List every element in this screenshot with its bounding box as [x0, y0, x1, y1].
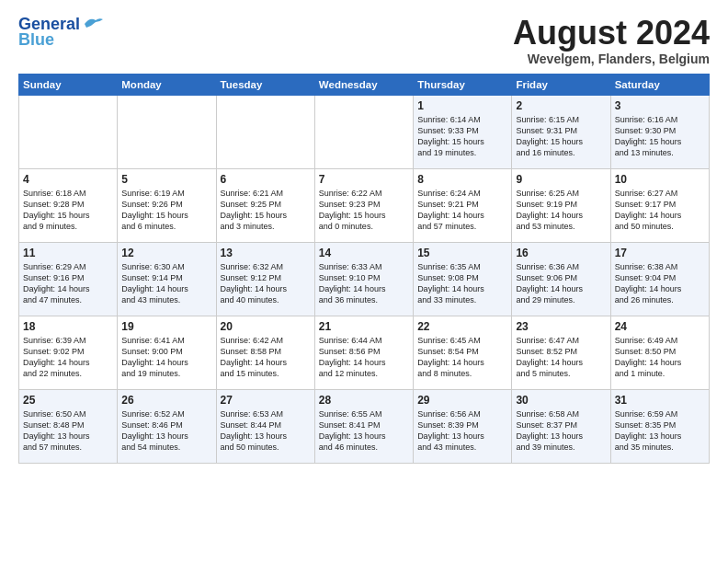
- day-info: Sunrise: 6:39 AM Sunset: 9:02 PM Dayligh…: [23, 335, 113, 380]
- day-number: 8: [417, 173, 507, 186]
- day-info: Sunrise: 6:56 AM Sunset: 8:39 PM Dayligh…: [417, 408, 507, 454]
- calendar-cell: 19Sunrise: 6:41 AM Sunset: 9:00 PM Dayli…: [118, 316, 216, 389]
- logo-blue: Blue: [18, 30, 54, 50]
- calendar-cell: 13Sunrise: 6:32 AM Sunset: 9:12 PM Dayli…: [216, 242, 314, 316]
- day-info: Sunrise: 6:45 AM Sunset: 8:54 PM Dayligh…: [417, 335, 507, 380]
- day-info: Sunrise: 6:59 AM Sunset: 8:35 PM Dayligh…: [615, 408, 705, 454]
- calendar-cell: 30Sunrise: 6:58 AM Sunset: 8:37 PM Dayli…: [512, 389, 610, 463]
- day-number: 15: [417, 247, 507, 259]
- day-number: 23: [516, 320, 606, 333]
- page: General Blue August 2024 Wevelgem, Fland…: [0, 0, 728, 563]
- calendar-cell: 17Sunrise: 6:38 AM Sunset: 9:04 PM Dayli…: [610, 242, 709, 316]
- day-info: Sunrise: 6:38 AM Sunset: 9:04 PM Dayligh…: [615, 261, 705, 306]
- day-number: 1: [417, 99, 507, 112]
- day-number: 21: [319, 320, 409, 333]
- calendar-cell: [19, 95, 118, 168]
- day-info: Sunrise: 6:30 AM Sunset: 9:14 PM Dayligh…: [121, 261, 211, 306]
- weekday-header-tuesday: Tuesday: [216, 74, 314, 95]
- calendar-cell: [314, 95, 413, 168]
- calendar-cell: 25Sunrise: 6:50 AM Sunset: 8:48 PM Dayli…: [19, 389, 118, 463]
- day-number: 25: [23, 394, 113, 407]
- day-info: Sunrise: 6:55 AM Sunset: 8:41 PM Dayligh…: [319, 408, 409, 454]
- day-number: 7: [319, 173, 409, 186]
- day-number: 26: [121, 394, 211, 407]
- month-title: August 2024: [513, 15, 710, 52]
- calendar-cell: 16Sunrise: 6:36 AM Sunset: 9:06 PM Dayli…: [512, 242, 610, 316]
- location: Wevelgem, Flanders, Belgium: [513, 52, 710, 66]
- day-number: 30: [516, 394, 606, 407]
- calendar-cell: 23Sunrise: 6:47 AM Sunset: 8:52 PM Dayli…: [512, 316, 610, 389]
- calendar-week-row: 11Sunrise: 6:29 AM Sunset: 9:16 PM Dayli…: [19, 242, 710, 316]
- day-info: Sunrise: 6:53 AM Sunset: 8:44 PM Dayligh…: [221, 408, 311, 454]
- day-info: Sunrise: 6:18 AM Sunset: 9:28 PM Dayligh…: [23, 188, 113, 233]
- day-info: Sunrise: 6:15 AM Sunset: 9:31 PM Dayligh…: [516, 114, 606, 159]
- day-number: 18: [23, 320, 113, 333]
- calendar-cell: 11Sunrise: 6:29 AM Sunset: 9:16 PM Dayli…: [19, 242, 118, 316]
- calendar-cell: 8Sunrise: 6:24 AM Sunset: 9:21 PM Daylig…: [414, 168, 512, 242]
- day-number: 16: [516, 247, 606, 259]
- calendar-cell: [216, 95, 314, 168]
- calendar-cell: 28Sunrise: 6:55 AM Sunset: 8:41 PM Dayli…: [314, 389, 413, 463]
- day-info: Sunrise: 6:47 AM Sunset: 8:52 PM Dayligh…: [516, 335, 606, 380]
- weekday-header-thursday: Thursday: [414, 74, 512, 95]
- day-info: Sunrise: 6:21 AM Sunset: 9:25 PM Dayligh…: [221, 188, 311, 233]
- day-number: 10: [615, 173, 705, 186]
- calendar-cell: 24Sunrise: 6:49 AM Sunset: 8:50 PM Dayli…: [610, 316, 709, 389]
- day-info: Sunrise: 6:36 AM Sunset: 9:06 PM Dayligh…: [516, 261, 606, 306]
- day-info: Sunrise: 6:22 AM Sunset: 9:23 PM Dayligh…: [319, 188, 409, 233]
- weekday-header-monday: Monday: [118, 74, 216, 95]
- calendar-cell: 22Sunrise: 6:45 AM Sunset: 8:54 PM Dayli…: [414, 316, 512, 389]
- calendar-cell: 29Sunrise: 6:56 AM Sunset: 8:39 PM Dayli…: [414, 389, 512, 463]
- weekday-header-row: SundayMondayTuesdayWednesdayThursdayFrid…: [19, 74, 710, 95]
- calendar-cell: 14Sunrise: 6:33 AM Sunset: 9:10 PM Dayli…: [314, 242, 413, 316]
- day-info: Sunrise: 6:49 AM Sunset: 8:50 PM Dayligh…: [615, 335, 705, 380]
- calendar-week-row: 18Sunrise: 6:39 AM Sunset: 9:02 PM Dayli…: [19, 316, 710, 389]
- day-info: Sunrise: 6:33 AM Sunset: 9:10 PM Dayligh…: [319, 261, 409, 306]
- weekday-header-friday: Friday: [512, 74, 610, 95]
- day-number: 24: [615, 320, 705, 333]
- calendar-table: SundayMondayTuesdayWednesdayThursdayFrid…: [18, 74, 710, 464]
- day-info: Sunrise: 6:16 AM Sunset: 9:30 PM Dayligh…: [615, 114, 705, 159]
- day-number: 12: [121, 247, 211, 259]
- calendar-cell: 7Sunrise: 6:22 AM Sunset: 9:23 PM Daylig…: [314, 168, 413, 242]
- day-number: 11: [23, 247, 113, 259]
- day-info: Sunrise: 6:24 AM Sunset: 9:21 PM Dayligh…: [417, 188, 507, 233]
- weekday-header-sunday: Sunday: [19, 74, 118, 95]
- calendar-week-row: 4Sunrise: 6:18 AM Sunset: 9:28 PM Daylig…: [19, 168, 710, 242]
- day-info: Sunrise: 6:14 AM Sunset: 9:33 PM Dayligh…: [417, 114, 507, 159]
- day-info: Sunrise: 6:25 AM Sunset: 9:19 PM Dayligh…: [516, 188, 606, 233]
- calendar-cell: 6Sunrise: 6:21 AM Sunset: 9:25 PM Daylig…: [216, 168, 314, 242]
- logo: General Blue: [18, 15, 103, 50]
- day-number: 29: [417, 394, 507, 407]
- day-number: 6: [221, 173, 311, 186]
- day-number: 20: [221, 320, 311, 333]
- day-number: 14: [319, 247, 409, 259]
- calendar-cell: 31Sunrise: 6:59 AM Sunset: 8:35 PM Dayli…: [610, 389, 709, 463]
- day-info: Sunrise: 6:58 AM Sunset: 8:37 PM Dayligh…: [516, 408, 606, 454]
- calendar-cell: 27Sunrise: 6:53 AM Sunset: 8:44 PM Dayli…: [216, 389, 314, 463]
- calendar-week-row: 1Sunrise: 6:14 AM Sunset: 9:33 PM Daylig…: [19, 95, 710, 168]
- calendar-cell: 21Sunrise: 6:44 AM Sunset: 8:56 PM Dayli…: [314, 316, 413, 389]
- day-number: 28: [319, 394, 409, 407]
- day-number: 27: [221, 394, 311, 407]
- calendar-cell: 9Sunrise: 6:25 AM Sunset: 9:19 PM Daylig…: [512, 168, 610, 242]
- day-number: 9: [516, 173, 606, 186]
- day-info: Sunrise: 6:35 AM Sunset: 9:08 PM Dayligh…: [417, 261, 507, 306]
- day-info: Sunrise: 6:27 AM Sunset: 9:17 PM Dayligh…: [615, 188, 705, 233]
- calendar-week-row: 25Sunrise: 6:50 AM Sunset: 8:48 PM Dayli…: [19, 389, 710, 463]
- day-info: Sunrise: 6:50 AM Sunset: 8:48 PM Dayligh…: [23, 408, 113, 454]
- day-number: 19: [121, 320, 211, 333]
- day-number: 3: [615, 99, 705, 112]
- day-info: Sunrise: 6:41 AM Sunset: 9:00 PM Dayligh…: [121, 335, 211, 380]
- day-info: Sunrise: 6:29 AM Sunset: 9:16 PM Dayligh…: [23, 261, 113, 306]
- header: General Blue August 2024 Wevelgem, Fland…: [18, 15, 710, 66]
- calendar-cell: 18Sunrise: 6:39 AM Sunset: 9:02 PM Dayli…: [19, 316, 118, 389]
- calendar-cell: 20Sunrise: 6:42 AM Sunset: 8:58 PM Dayli…: [216, 316, 314, 389]
- day-number: 13: [221, 247, 311, 259]
- weekday-header-saturday: Saturday: [610, 74, 709, 95]
- calendar-cell: 12Sunrise: 6:30 AM Sunset: 9:14 PM Dayli…: [118, 242, 216, 316]
- weekday-header-wednesday: Wednesday: [314, 74, 413, 95]
- calendar-cell: [118, 95, 216, 168]
- day-info: Sunrise: 6:44 AM Sunset: 8:56 PM Dayligh…: [319, 335, 409, 380]
- day-info: Sunrise: 6:52 AM Sunset: 8:46 PM Dayligh…: [121, 408, 211, 454]
